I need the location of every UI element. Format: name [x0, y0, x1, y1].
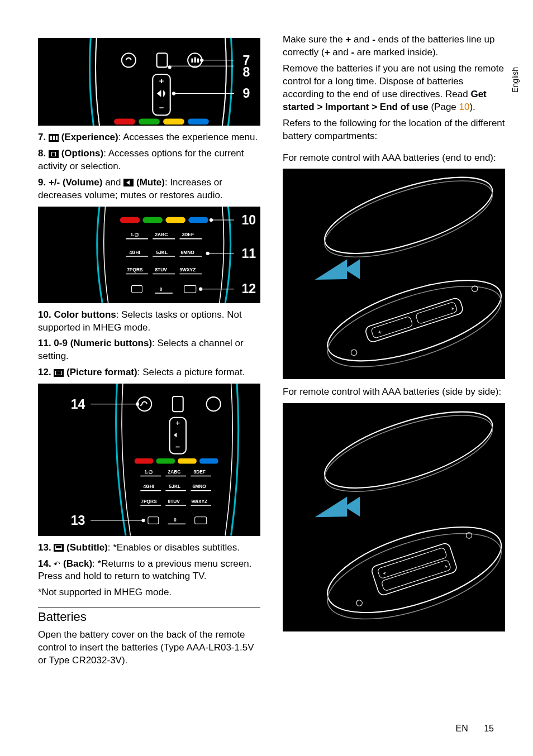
svg-rect-5: [194, 58, 196, 63]
illustration-remote-7-8-9: + − 7 8 9: [38, 38, 260, 126]
svg-rect-14: [139, 119, 160, 125]
aaa-side-by-side-label: For remote control with AAA batteries (s…: [283, 386, 505, 399]
svg-rect-21: [120, 217, 140, 223]
mute-icon: [123, 179, 134, 186]
callout-8: 8: [243, 65, 250, 79]
aaa-end-to-end-label: For remote control with AAA batteries (e…: [283, 152, 505, 165]
svg-text:9WXYZ: 9WXYZ: [179, 267, 196, 272]
svg-text:3DEF: 3DEF: [194, 470, 206, 475]
options-icon: [49, 150, 59, 158]
item-11: 11. 0-9 (Numeric buttons): Selects a cha…: [38, 337, 260, 363]
svg-text:3DEF: 3DEF: [182, 232, 194, 237]
svg-text:7PQRS: 7PQRS: [141, 499, 157, 504]
item-9: 9. +/- (Volume) and (Mute): Increases or…: [38, 176, 260, 202]
svg-rect-90: [283, 169, 505, 379]
svg-rect-13: [114, 119, 135, 125]
batteries-heading: Batteries: [38, 607, 260, 624]
svg-rect-15: [163, 119, 184, 125]
svg-text:8TUV: 8TUV: [155, 267, 167, 272]
callout-14: 14: [71, 397, 85, 412]
svg-text:1.@: 1.@: [130, 232, 139, 237]
svg-text:5JKL: 5JKL: [169, 484, 180, 490]
svg-text:6MNO: 6MNO: [193, 484, 207, 490]
svg-text:+: +: [159, 76, 164, 85]
item-10: 10. Color buttons: Selects tasks or opti…: [38, 309, 260, 334]
svg-text:4GHI: 4GHI: [129, 250, 140, 255]
svg-text:−: −: [175, 443, 180, 452]
picture-format-icon: [54, 369, 64, 377]
svg-text:2ABC: 2ABC: [155, 232, 168, 237]
svg-text:2ABC: 2ABC: [168, 470, 181, 475]
svg-text:0: 0: [160, 286, 163, 292]
callout-12: 12: [241, 281, 256, 296]
svg-text:9WXYZ: 9WXYZ: [191, 499, 207, 504]
item-8: 8. (Options): Accesses options for the c…: [38, 147, 260, 173]
item-7: 7. (Experience): Accesses the experience…: [38, 131, 260, 144]
illustration-remote-10-11-12: 1.@2ABC3DEF 4GHI5JKL6MNO 7PQRS8TUV9WXYZ …: [38, 207, 260, 303]
svg-rect-23: [165, 217, 185, 223]
page-footer: EN 15: [456, 724, 494, 734]
svg-rect-0: [38, 38, 260, 126]
svg-text:1.@: 1.@: [145, 470, 153, 475]
svg-text:−: −: [159, 103, 164, 112]
svg-text:6MNO: 6MNO: [181, 250, 195, 255]
svg-text:5JKL: 5JKL: [156, 250, 168, 255]
back-icon: ↶: [54, 559, 60, 570]
left-column: + − 7 8 9 7. (Experience): Acces: [38, 34, 260, 671]
right-column: Make sure the + and - ends of the batter…: [283, 34, 505, 671]
svg-rect-63: [178, 458, 197, 463]
svg-text:4GHI: 4GHI: [144, 484, 155, 490]
battery-dispose-text: Remove the batteries if you are not usin…: [283, 63, 505, 114]
item-12: 12. (Picture format): Selects a picture …: [38, 366, 260, 379]
callout-10: 10: [241, 213, 256, 227]
callout-9: 9: [243, 86, 250, 101]
svg-rect-62: [156, 458, 175, 463]
svg-text:+: +: [175, 419, 180, 428]
svg-rect-16: [188, 119, 209, 125]
illustration-battery-end-to-end: + +: [283, 169, 505, 379]
footer-language: EN: [456, 724, 468, 733]
svg-rect-6: [197, 59, 199, 63]
battery-polarity-text: Make sure the + and - ends of the batter…: [283, 34, 505, 59]
svg-rect-64: [199, 458, 218, 463]
batteries-open-text: Open the battery cover on the back of th…: [38, 629, 260, 667]
compartment-intro-text: Refers to the following for the location…: [283, 117, 505, 143]
mheg-footnote: *Not supported in MHEG mode.: [38, 586, 260, 599]
subtitle-icon: [54, 544, 64, 552]
svg-text:0: 0: [174, 517, 177, 523]
illustration-battery-side-by-side: + +: [283, 403, 505, 631]
svg-rect-24: [188, 217, 208, 223]
callout-11: 11: [241, 246, 256, 261]
item-13: 13. (Subtitle): *Enables or disables sub…: [38, 542, 260, 554]
experience-icon: [49, 134, 59, 142]
item-14: 14. ↶ (Back): *Returns to a previous men…: [38, 558, 260, 583]
svg-rect-102: [283, 403, 505, 631]
callout-13: 13: [71, 514, 85, 528]
svg-text:8TUV: 8TUV: [168, 499, 180, 504]
illustration-remote-13-14: + − 1.@2ABC3DEF 4GHI5JKL6MNO 7PQRS8TUV9W…: [38, 384, 260, 535]
svg-rect-61: [135, 458, 154, 463]
svg-text:7PQRS: 7PQRS: [127, 267, 143, 272]
svg-rect-4: [191, 59, 193, 63]
footer-page-number: 15: [484, 724, 494, 733]
svg-rect-22: [142, 217, 163, 223]
page-link-10[interactable]: 10: [459, 102, 470, 112]
